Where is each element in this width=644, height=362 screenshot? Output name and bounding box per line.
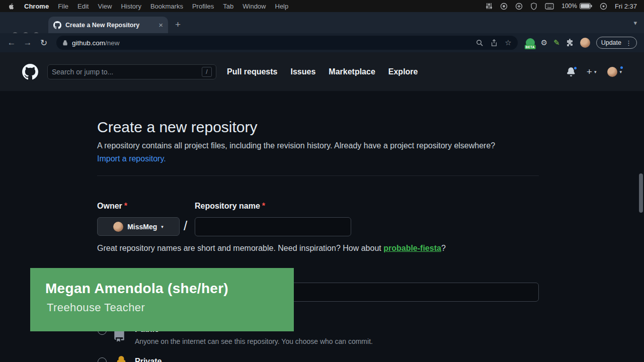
settings-extension-icon[interactable]: ⚙ [541, 38, 547, 47]
reload-button[interactable]: ↻ [37, 38, 50, 48]
update-button-label: Update [601, 39, 621, 46]
tab-search-chevron-icon[interactable]: ▾ [633, 19, 637, 27]
avatar-notification-dot [619, 65, 624, 70]
private-option-label[interactable]: Private [135, 357, 162, 362]
plus-icon: + [587, 66, 592, 77]
required-asterisk: * [124, 202, 127, 210]
notifications-bell-icon[interactable] [567, 67, 576, 76]
screen: Chrome File Edit View History Bookmarks … [0, 0, 644, 362]
share-icon[interactable] [491, 39, 498, 47]
address-host: github.com [72, 39, 105, 47]
menubar-item-window[interactable]: Window [238, 3, 270, 10]
intro-text: A repository contains all project files,… [97, 141, 495, 150]
extensions-puzzle-icon[interactable] [566, 39, 574, 47]
page-intro: A repository contains all project files,… [97, 139, 511, 165]
menubar-item-help[interactable]: Help [271, 3, 293, 10]
nav-issues[interactable]: Issues [290, 67, 315, 76]
owner-label: Owner* [97, 202, 127, 211]
menubar-item-bookmarks[interactable]: Bookmarks [146, 3, 188, 10]
menubar-item-chrome[interactable]: Chrome [20, 3, 53, 10]
battery-percent: 100% [561, 3, 577, 10]
user-menu[interactable]: ▾ [607, 67, 622, 77]
search-input[interactable] [52, 68, 199, 76]
forward-button[interactable]: → [21, 38, 34, 48]
scrollbar-thumb[interactable] [639, 173, 643, 213]
status-circle-icon[interactable] [515, 3, 523, 10]
update-button[interactable]: Update ⋮ [596, 37, 637, 49]
github-nav: Pull requests Issues Marketplace Explore [227, 67, 418, 76]
sliders-icon[interactable] [486, 3, 493, 10]
nav-marketplace[interactable]: Marketplace [329, 67, 375, 76]
search-shortcut-badge: / [202, 67, 212, 77]
tab-title: Create a New Repository [65, 22, 154, 29]
menubar-item-file[interactable]: File [53, 3, 73, 10]
browser-tab[interactable]: Create a New Repository × [48, 17, 168, 33]
repository-name-label: Repository name* [195, 202, 265, 211]
page-title: Create a new repository [97, 119, 258, 136]
github-logo-icon[interactable] [22, 64, 38, 80]
menubar-status-area: 100% Fri 2:37 [486, 3, 644, 10]
nav-pull-requests[interactable]: Pull requests [227, 67, 277, 76]
repository-name-input[interactable] [195, 217, 351, 236]
control-center-icon[interactable] [600, 3, 607, 10]
presenter-role: Treehouse Teacher [47, 301, 145, 314]
menubar-item-edit[interactable]: Edit [73, 3, 93, 10]
browser-tab-strip: Create a New Repository × + ▾ [0, 12, 644, 33]
beta-extension-icon[interactable]: BETA [526, 38, 535, 47]
menubar-item-view[interactable]: View [93, 3, 116, 10]
chevron-down-icon: ▾ [594, 69, 597, 74]
toolbar-extensions: BETA ⚙ ✎ Update ⋮ [524, 37, 639, 49]
address-path: /new [105, 39, 120, 47]
battery-indicator[interactable]: 100% [561, 3, 592, 10]
public-option-description: Anyone on the internet can see this repo… [135, 337, 373, 345]
suggested-name-link[interactable]: probable-fiesta [383, 244, 441, 252]
create-new-dropdown[interactable]: + ▾ [587, 66, 597, 77]
chevron-down-icon: ▾ [619, 69, 622, 74]
menubar-clock[interactable]: Fri 2:37 [615, 3, 637, 10]
address-bar[interactable]: github.com /new ☆ [56, 36, 518, 50]
bookmark-star-icon[interactable]: ☆ [505, 38, 511, 47]
owner-repo-separator: / [184, 218, 187, 234]
github-header: / Pull requests Issues Marketplace Explo… [0, 52, 644, 91]
menubar-item-profiles[interactable]: Profiles [188, 3, 218, 10]
suggestion-prefix: Great repository names are short and mem… [97, 244, 383, 252]
tab-close-icon[interactable]: × [158, 21, 163, 29]
section-divider [97, 175, 539, 176]
screen-record-icon[interactable] [500, 3, 508, 10]
back-button[interactable]: ← [5, 38, 18, 48]
user-avatar [607, 67, 617, 77]
keyboard-icon[interactable] [545, 3, 554, 10]
lock-icon[interactable] [62, 40, 68, 46]
notification-dot [573, 66, 578, 70]
nav-explore[interactable]: Explore [388, 67, 418, 76]
menubar-item-tab[interactable]: Tab [218, 3, 238, 10]
owner-name: MissMeg [127, 223, 157, 231]
battery-icon [580, 3, 592, 9]
zoom-icon[interactable] [476, 39, 484, 47]
macos-menubar: Chrome File Edit View History Bookmarks … [0, 0, 644, 12]
required-asterisk: * [262, 202, 265, 210]
new-tab-button[interactable]: + [175, 19, 181, 30]
repo-name-suggestion: Great repository names are short and mem… [97, 244, 539, 253]
github-header-right: + ▾ ▾ [567, 66, 622, 77]
owner-select-button[interactable]: MissMeg ▾ [97, 217, 180, 236]
github-favicon [53, 21, 61, 29]
browser-toolbar: ← → ↻ github.com /new ☆ BETA [0, 33, 644, 52]
presenter-name: Megan Amendola (she/her) [45, 281, 228, 297]
chevron-down-icon: ▾ [161, 224, 164, 229]
private-radio[interactable] [98, 357, 107, 362]
private-lock-icon [116, 356, 127, 362]
grammar-extension-icon[interactable]: ✎ [553, 38, 560, 47]
import-repository-link[interactable]: Import a repository. [97, 154, 166, 163]
browser-profile-avatar[interactable] [580, 38, 590, 48]
browser-menu-kebab-icon[interactable]: ⋮ [625, 39, 632, 47]
github-search-box[interactable]: / [47, 64, 216, 79]
beta-badge: BETA [524, 45, 535, 49]
owner-avatar [113, 222, 123, 232]
shield-icon[interactable] [530, 3, 537, 10]
apple-menu-icon[interactable] [0, 3, 20, 10]
menubar-item-history[interactable]: History [116, 3, 145, 10]
suggestion-suffix: ? [441, 244, 446, 252]
presenter-banner: Megan Amendola (she/her) Treehouse Teach… [30, 268, 294, 331]
